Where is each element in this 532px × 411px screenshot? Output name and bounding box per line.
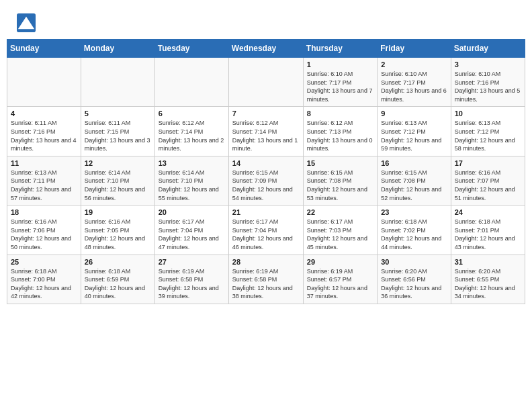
day-info: Sunrise: 6:14 AM Sunset: 7:10 PM Dayligh… [85,169,151,202]
day-info: Sunrise: 6:11 AM Sunset: 7:16 PM Dayligh… [11,119,77,152]
day-info: Sunrise: 6:17 AM Sunset: 7:04 PM Dayligh… [232,218,300,251]
week-row-1: 1Sunrise: 6:10 AM Sunset: 7:17 PM Daylig… [7,58,525,107]
day-number: 12 [85,159,151,167]
column-header-tuesday: Tuesday [154,40,228,58]
day-info: Sunrise: 6:17 AM Sunset: 7:03 PM Dayligh… [307,218,373,251]
calendar-cell: 23Sunrise: 6:18 AM Sunset: 7:02 PM Dayli… [378,205,451,255]
day-number: 13 [159,159,225,167]
page-header [7,7,525,36]
day-info: Sunrise: 6:15 AM Sunset: 7:09 PM Dayligh… [232,169,300,202]
day-number: 24 [455,208,521,216]
day-info: Sunrise: 6:13 AM Sunset: 7:11 PM Dayligh… [11,169,77,202]
day-info: Sunrise: 6:20 AM Sunset: 6:55 PM Dayligh… [455,267,521,301]
calendar-cell: 5Sunrise: 6:11 AM Sunset: 7:15 PM Daylig… [81,107,154,156]
day-number: 23 [381,208,447,216]
day-number: 26 [85,258,151,266]
day-info: Sunrise: 6:13 AM Sunset: 7:12 PM Dayligh… [381,119,447,152]
day-number: 31 [455,258,521,266]
day-number: 7 [232,109,300,118]
day-number: 22 [307,208,373,216]
day-info: Sunrise: 6:20 AM Sunset: 6:56 PM Dayligh… [381,267,447,301]
day-number: 19 [85,208,151,216]
calendar-cell: 28Sunrise: 6:19 AM Sunset: 6:58 PM Dayli… [228,255,303,304]
calendar-cell: 15Sunrise: 6:15 AM Sunset: 7:08 PM Dayli… [303,156,377,205]
day-info: Sunrise: 6:15 AM Sunset: 7:08 PM Dayligh… [307,169,373,202]
day-info: Sunrise: 6:12 AM Sunset: 7:14 PM Dayligh… [159,119,225,152]
day-number: 29 [307,258,373,266]
calendar-cell: 11Sunrise: 6:13 AM Sunset: 7:11 PM Dayli… [7,156,81,205]
day-number: 14 [232,159,300,167]
day-number: 17 [455,159,521,167]
calendar-cell: 17Sunrise: 6:16 AM Sunset: 7:07 PM Dayli… [451,156,525,205]
day-info: Sunrise: 6:14 AM Sunset: 7:10 PM Dayligh… [159,169,225,202]
day-info: Sunrise: 6:18 AM Sunset: 6:59 PM Dayligh… [85,267,151,301]
calendar-cell: 2Sunrise: 6:10 AM Sunset: 7:17 PM Daylig… [378,58,451,107]
column-header-sunday: Sunday [7,40,81,58]
calendar-cell: 27Sunrise: 6:19 AM Sunset: 6:58 PM Dayli… [154,255,228,304]
day-number: 27 [159,258,225,266]
day-number: 3 [455,60,521,68]
column-header-monday: Monday [81,40,154,58]
day-number: 16 [381,159,447,167]
calendar-cell [7,58,81,107]
day-number: 11 [11,159,77,167]
logo [17,13,37,32]
calendar-header-row: SundayMondayTuesdayWednesdayThursdayFrid… [7,40,525,58]
calendar-cell: 12Sunrise: 6:14 AM Sunset: 7:10 PM Dayli… [81,156,154,205]
day-number: 20 [159,208,225,216]
calendar-table: SundayMondayTuesdayWednesdayThursdayFrid… [7,39,525,304]
calendar-cell: 13Sunrise: 6:14 AM Sunset: 7:10 PM Dayli… [154,156,228,205]
calendar-cell: 20Sunrise: 6:17 AM Sunset: 7:04 PM Dayli… [154,205,228,255]
calendar-cell: 19Sunrise: 6:16 AM Sunset: 7:05 PM Dayli… [81,205,154,255]
column-header-saturday: Saturday [451,40,525,58]
calendar-cell: 10Sunrise: 6:13 AM Sunset: 7:12 PM Dayli… [451,107,525,156]
calendar-cell: 3Sunrise: 6:10 AM Sunset: 7:16 PM Daylig… [451,58,525,107]
day-number: 21 [232,208,300,216]
calendar-cell: 8Sunrise: 6:12 AM Sunset: 7:13 PM Daylig… [303,107,377,156]
day-info: Sunrise: 6:16 AM Sunset: 7:06 PM Dayligh… [11,218,77,251]
day-info: Sunrise: 6:18 AM Sunset: 7:01 PM Dayligh… [455,218,521,251]
day-info: Sunrise: 6:10 AM Sunset: 7:17 PM Dayligh… [381,70,447,103]
day-number: 8 [307,109,373,118]
day-number: 2 [381,60,447,68]
column-header-thursday: Thursday [303,40,377,58]
week-row-4: 18Sunrise: 6:16 AM Sunset: 7:06 PM Dayli… [7,205,525,255]
calendar-cell: 25Sunrise: 6:18 AM Sunset: 7:00 PM Dayli… [7,255,81,304]
calendar-cell: 29Sunrise: 6:19 AM Sunset: 6:57 PM Dayli… [303,255,377,304]
day-number: 25 [11,258,77,266]
week-row-5: 25Sunrise: 6:18 AM Sunset: 7:00 PM Dayli… [7,255,525,304]
day-info: Sunrise: 6:18 AM Sunset: 7:00 PM Dayligh… [11,267,77,301]
calendar-cell: 30Sunrise: 6:20 AM Sunset: 6:56 PM Dayli… [378,255,451,304]
calendar-cell: 31Sunrise: 6:20 AM Sunset: 6:55 PM Dayli… [451,255,525,304]
calendar-cell [228,58,303,107]
logo-icon [17,13,36,32]
day-info: Sunrise: 6:10 AM Sunset: 7:17 PM Dayligh… [307,70,373,103]
week-row-2: 4Sunrise: 6:11 AM Sunset: 7:16 PM Daylig… [7,107,525,156]
calendar-cell: 14Sunrise: 6:15 AM Sunset: 7:09 PM Dayli… [228,156,303,205]
day-info: Sunrise: 6:16 AM Sunset: 7:05 PM Dayligh… [85,218,151,251]
calendar-cell: 21Sunrise: 6:17 AM Sunset: 7:04 PM Dayli… [228,205,303,255]
day-info: Sunrise: 6:11 AM Sunset: 7:15 PM Dayligh… [85,119,151,152]
day-info: Sunrise: 6:18 AM Sunset: 7:02 PM Dayligh… [381,218,447,251]
calendar-cell [81,58,154,107]
calendar-cell: 22Sunrise: 6:17 AM Sunset: 7:03 PM Dayli… [303,205,377,255]
column-header-friday: Friday [378,40,451,58]
calendar-cell: 4Sunrise: 6:11 AM Sunset: 7:16 PM Daylig… [7,107,81,156]
calendar-cell: 9Sunrise: 6:13 AM Sunset: 7:12 PM Daylig… [378,107,451,156]
day-number: 18 [11,208,77,216]
day-info: Sunrise: 6:12 AM Sunset: 7:14 PM Dayligh… [232,119,300,152]
day-info: Sunrise: 6:10 AM Sunset: 7:16 PM Dayligh… [455,70,521,103]
calendar-cell: 16Sunrise: 6:15 AM Sunset: 7:08 PM Dayli… [378,156,451,205]
day-number: 1 [307,60,373,68]
column-header-wednesday: Wednesday [228,40,303,58]
day-number: 10 [455,109,521,118]
calendar-cell: 7Sunrise: 6:12 AM Sunset: 7:14 PM Daylig… [228,107,303,156]
calendar-cell: 26Sunrise: 6:18 AM Sunset: 6:59 PM Dayli… [81,255,154,304]
calendar-cell: 6Sunrise: 6:12 AM Sunset: 7:14 PM Daylig… [154,107,228,156]
calendar-cell: 1Sunrise: 6:10 AM Sunset: 7:17 PM Daylig… [303,58,377,107]
day-info: Sunrise: 6:19 AM Sunset: 6:58 PM Dayligh… [232,267,300,301]
calendar-cell: 18Sunrise: 6:16 AM Sunset: 7:06 PM Dayli… [7,205,81,255]
day-number: 4 [11,109,77,118]
week-row-3: 11Sunrise: 6:13 AM Sunset: 7:11 PM Dayli… [7,156,525,205]
day-info: Sunrise: 6:15 AM Sunset: 7:08 PM Dayligh… [381,169,447,202]
